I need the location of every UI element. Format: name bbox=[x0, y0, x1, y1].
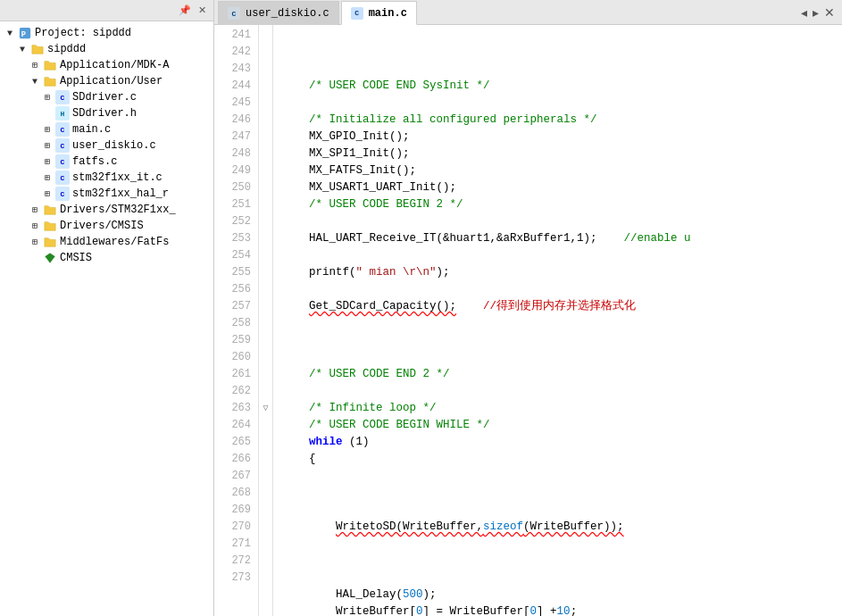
tree-item-stm32f1xx-it-c[interactable]: ⊞Cstm32f1xx_it.c bbox=[0, 170, 213, 186]
tree-expander[interactable]: ⊞ bbox=[41, 155, 54, 168]
code-line: printf(" mian \r\n"); bbox=[282, 264, 842, 281]
code-line bbox=[282, 315, 842, 332]
code-line: MX_FATFS_Init(); bbox=[282, 162, 842, 179]
line-number: 248 bbox=[214, 146, 251, 162]
code-line: MX_GPIO_Init(); bbox=[282, 129, 842, 146]
tree-item-sddriver-c[interactable]: ⊞CSDdriver.c bbox=[0, 89, 213, 105]
line-number: 258 bbox=[214, 315, 251, 332]
fold-marker bbox=[259, 146, 272, 162]
tree-expander[interactable]: ⊞ bbox=[29, 236, 41, 248]
tree-expander[interactable]: ▼ bbox=[29, 75, 41, 87]
tab-user-diskio[interactable]: Cuser_diskio.c bbox=[218, 1, 339, 25]
tree-item-sipddd[interactable]: ▼sipddd bbox=[0, 41, 213, 57]
tree-expander[interactable]: ⊞ bbox=[29, 204, 41, 216]
line-numbers: 2412422432442452462472482492502512522532… bbox=[214, 25, 259, 616]
line-number: 242 bbox=[214, 44, 251, 61]
code-line bbox=[282, 553, 842, 570]
code-line bbox=[282, 213, 842, 230]
tree-item-drivers-stm32[interactable]: ⊞Drivers/STM32F1xx_ bbox=[0, 202, 213, 218]
line-number: 250 bbox=[214, 179, 251, 196]
code-line: MX_USART1_UART_Init(); bbox=[282, 179, 842, 196]
tree-item-label: Drivers/STM32F1xx_ bbox=[60, 204, 176, 216]
line-number: 270 bbox=[214, 519, 251, 536]
fold-marker bbox=[259, 468, 272, 485]
line-number: 260 bbox=[214, 349, 251, 366]
line-number: 267 bbox=[214, 468, 251, 485]
tree-item-stm32f1xx-hal[interactable]: ⊞Cstm32f1xx_hal_r bbox=[0, 186, 213, 202]
tree-expander[interactable]: ⊞ bbox=[41, 139, 54, 152]
fold-marker bbox=[259, 298, 272, 315]
line-number: 269 bbox=[214, 502, 251, 519]
fold-marker bbox=[259, 112, 272, 129]
fold-marker bbox=[259, 434, 272, 451]
line-number: 252 bbox=[214, 213, 251, 230]
fold-marker bbox=[259, 264, 272, 281]
tree-expander[interactable]: ▼ bbox=[16, 43, 29, 55]
fold-marker bbox=[259, 536, 272, 553]
scroll-tabs-left[interactable]: ◂ bbox=[801, 5, 807, 20]
line-number: 264 bbox=[214, 417, 251, 434]
tree-item-middlewares-fatfs[interactable]: ⊞Middlewares/FatFs bbox=[0, 234, 213, 250]
tab-controls: ◂ ▸ ✕ bbox=[801, 0, 838, 24]
fold-marker bbox=[259, 485, 272, 502]
scroll-tabs-right[interactable]: ▸ bbox=[813, 5, 819, 20]
line-number: 247 bbox=[214, 129, 251, 146]
tree-expander[interactable]: ⊞ bbox=[41, 187, 54, 200]
fold-marker bbox=[259, 27, 272, 44]
tree-expander[interactable]: ⊞ bbox=[29, 220, 41, 232]
tree-item-label: CMSIS bbox=[60, 252, 92, 264]
folder-icon bbox=[43, 219, 57, 233]
tree-item-label: main.c bbox=[72, 123, 111, 136]
fold-marker bbox=[259, 366, 272, 383]
file-c-icon: C bbox=[55, 171, 70, 185]
tree-expander[interactable] bbox=[41, 107, 54, 120]
file-c-icon: C bbox=[55, 138, 70, 153]
tree-item-label: Project: sipddd bbox=[35, 27, 131, 39]
fold-column: ▽ bbox=[259, 25, 273, 616]
line-number: 249 bbox=[214, 162, 251, 179]
code-content: /* USER CODE END SysInit */ /* Initializ… bbox=[273, 25, 842, 616]
tree-item-project-root[interactable]: ▼PProject: sipddd bbox=[0, 25, 213, 41]
code-line bbox=[282, 383, 842, 400]
tree-expander[interactable]: ⊞ bbox=[29, 59, 41, 71]
code-line bbox=[282, 332, 842, 349]
fold-marker bbox=[259, 281, 272, 298]
tree-item-sddriver-h[interactable]: HSDdriver.h bbox=[0, 105, 213, 121]
tree-item-label: Drivers/CMSIS bbox=[60, 220, 144, 232]
tree-expander[interactable] bbox=[29, 252, 41, 264]
close-editor-button[interactable]: ✕ bbox=[824, 5, 835, 20]
tab-file-icon: C bbox=[351, 7, 363, 20]
code-editor[interactable]: 2412422432442452462472482492502512522532… bbox=[214, 25, 842, 616]
tree-item-fatfs-c[interactable]: ⊞Cfatfs.c bbox=[0, 154, 213, 170]
line-number: 273 bbox=[214, 570, 251, 587]
tree-expander[interactable]: ⊞ bbox=[41, 91, 54, 104]
tab-main-c[interactable]: Cmain.c bbox=[341, 1, 417, 25]
code-line bbox=[282, 349, 842, 366]
fold-marker bbox=[259, 332, 272, 349]
tree-item-main-c[interactable]: ⊞Cmain.c bbox=[0, 121, 213, 137]
tree-item-app-user[interactable]: ▼Application/User bbox=[0, 73, 213, 89]
code-line bbox=[282, 247, 842, 264]
tree-item-cmsis[interactable]: CMSIS bbox=[0, 250, 213, 266]
tree-expander[interactable]: ▼ bbox=[4, 27, 16, 39]
tree-expander[interactable]: ⊞ bbox=[41, 123, 54, 136]
line-number: 254 bbox=[214, 247, 251, 264]
code-line bbox=[282, 570, 842, 587]
line-number: 265 bbox=[214, 434, 251, 451]
code-line bbox=[282, 502, 842, 519]
tree-item-app-mdk[interactable]: ⊞Application/MDK-A bbox=[0, 57, 213, 73]
tree-expander[interactable]: ⊞ bbox=[41, 171, 54, 184]
fold-marker[interactable]: ▽ bbox=[259, 400, 272, 417]
pin-button[interactable]: 📌 bbox=[177, 4, 193, 16]
tree-item-user-diskio-c[interactable]: ⊞Cuser_diskio.c bbox=[0, 137, 213, 154]
fold-marker bbox=[259, 451, 272, 468]
code-line bbox=[282, 536, 842, 553]
line-number: 261 bbox=[214, 366, 251, 383]
fold-marker bbox=[259, 230, 272, 247]
tree-item-drivers-cmsis[interactable]: ⊞Drivers/CMSIS bbox=[0, 218, 213, 234]
fold-marker bbox=[259, 570, 272, 587]
file-c-icon: C bbox=[55, 187, 70, 201]
fold-marker bbox=[259, 179, 272, 196]
close-panel-button[interactable]: ✕ bbox=[196, 4, 208, 16]
code-line: /* USER CODE END 2 */ bbox=[282, 366, 842, 383]
